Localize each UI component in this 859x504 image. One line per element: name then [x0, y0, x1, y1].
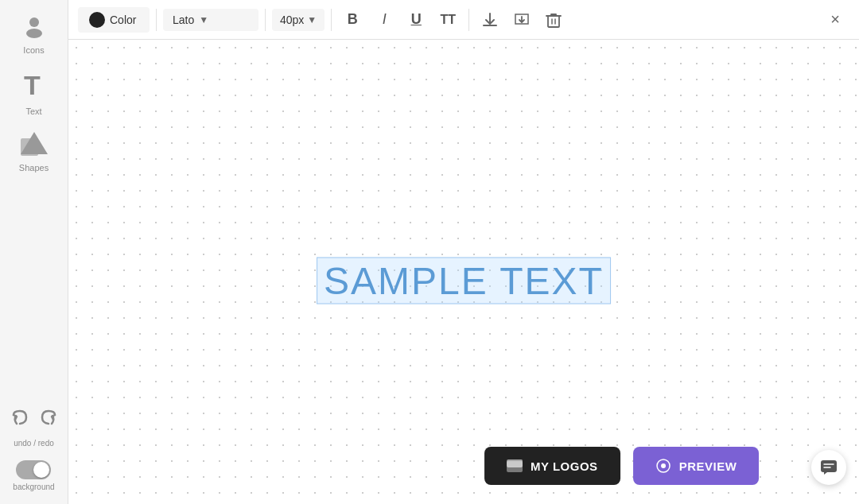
close-button[interactable]: ×: [821, 6, 849, 34]
color-label: Color: [110, 14, 136, 26]
toolbar: Color Lato ▼ 40px ▼ B I U TT: [68, 0, 859, 40]
svg-rect-9: [507, 459, 523, 467]
icons-icon: [22, 14, 46, 42]
toggle-knob: [33, 462, 49, 478]
svg-point-0: [29, 17, 39, 27]
chat-icon: [819, 458, 838, 477]
sidebar-item-text-label: Text: [25, 107, 41, 116]
delete-button[interactable]: [539, 6, 568, 34]
my-logos-icon: [507, 459, 523, 472]
font-size-label: 40px: [280, 14, 304, 26]
bottom-bar: MY LOGOS PREVIEW: [484, 447, 759, 485]
chat-icon-button[interactable]: [811, 450, 846, 485]
sidebar: Icons T Text Shapes: [0, 0, 68, 504]
download-upper-button[interactable]: [507, 6, 536, 34]
font-family-chevron: ▼: [199, 14, 208, 25]
close-icon: ×: [830, 10, 840, 29]
sidebar-item-shapes[interactable]: Shapes: [0, 124, 68, 180]
svg-rect-5: [548, 16, 559, 27]
font-size-chevron: ▼: [307, 14, 317, 25]
svg-point-1: [26, 29, 42, 38]
font-size-select[interactable]: 40px ▼: [272, 9, 325, 31]
tt-label: TT: [440, 13, 456, 27]
underline-label: U: [411, 11, 422, 28]
divider-3: [331, 9, 332, 31]
divider-1: [156, 9, 157, 31]
preview-icon: [655, 458, 671, 474]
background-toggle[interactable]: [16, 460, 51, 479]
sidebar-item-shapes-label: Shapes: [19, 163, 49, 173]
bold-label: B: [348, 11, 358, 28]
download-upper-icon: [513, 11, 531, 29]
text-icon: T: [22, 71, 46, 103]
divider-2: [265, 9, 266, 31]
color-picker-button[interactable]: Color: [78, 7, 150, 33]
my-logos-button[interactable]: MY LOGOS: [484, 447, 620, 485]
font-family-label: Lato: [173, 14, 194, 26]
sample-text-container[interactable]: SAMPLE TEXT: [317, 259, 611, 303]
color-swatch: [89, 12, 105, 28]
canvas: SAMPLE TEXT: [68, 40, 859, 504]
sidebar-item-text[interactable]: T Text: [0, 63, 68, 124]
undo-redo-row: [10, 409, 59, 436]
svg-text:T: T: [24, 71, 41, 99]
my-logos-label: MY LOGOS: [531, 459, 598, 473]
text-transform-button[interactable]: TT: [433, 6, 462, 34]
sample-text[interactable]: SAMPLE TEXT: [317, 258, 611, 304]
underline-button[interactable]: U: [402, 6, 430, 34]
redo-icon[interactable]: [38, 409, 59, 436]
divider-4: [468, 9, 469, 31]
font-family-select[interactable]: Lato ▼: [163, 9, 258, 31]
background-toggle-container: background: [13, 460, 54, 491]
sidebar-item-icons-label: Icons: [23, 45, 44, 55]
background-toggle-label: background: [13, 483, 54, 491]
sidebar-bottom: undo / redo background: [0, 409, 68, 504]
undo-icon[interactable]: [10, 409, 30, 436]
svg-rect-12: [821, 460, 837, 472]
download-lower-icon: [481, 11, 499, 29]
shapes-icon: [21, 132, 48, 160]
sidebar-item-icons[interactable]: Icons: [0, 6, 68, 63]
preview-label: PREVIEW: [679, 459, 737, 473]
italic-button[interactable]: I: [370, 6, 398, 34]
undo-redo-label: undo / redo: [14, 439, 54, 448]
svg-point-11: [661, 463, 666, 468]
italic-label: I: [383, 11, 387, 28]
delete-icon: [545, 11, 562, 29]
preview-button[interactable]: PREVIEW: [633, 447, 760, 485]
download-lower-button[interactable]: [476, 6, 504, 34]
bold-button[interactable]: B: [338, 6, 367, 34]
